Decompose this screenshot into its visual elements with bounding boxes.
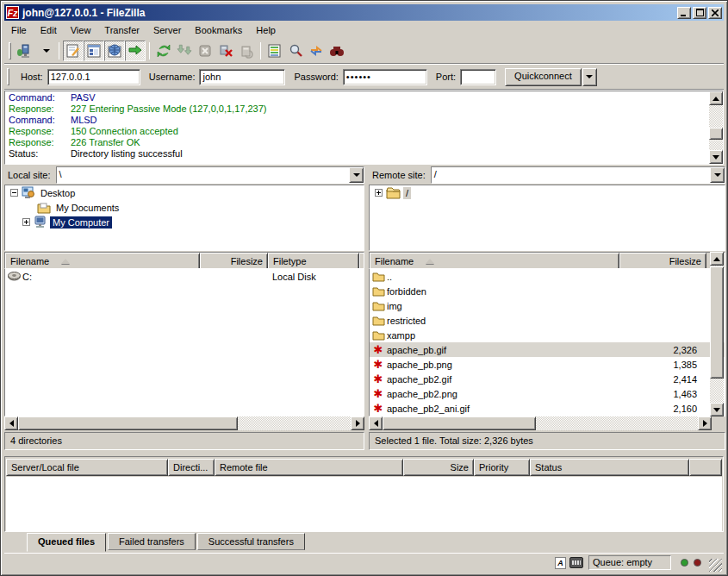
- cancel-operation-button[interactable]: [195, 41, 215, 61]
- local-column-last-modified[interactable]: L: [359, 253, 364, 269]
- remote-file-row[interactable]: img: [370, 298, 725, 313]
- resize-grip[interactable]: [709, 559, 722, 572]
- queue-list[interactable]: [6, 477, 722, 531]
- minimize-button[interactable]: [677, 7, 691, 19]
- queue-column-direction[interactable]: Directi...: [168, 459, 215, 476]
- scroll-thumb[interactable]: [18, 416, 238, 430]
- scroll-down-button[interactable]: [709, 150, 723, 164]
- dropdown-arrow-icon: [43, 49, 50, 53]
- local-site-bar: Local site: \: [4, 166, 364, 185]
- password-input[interactable]: ••••••: [343, 69, 427, 85]
- disconnect-button[interactable]: [215, 41, 236, 61]
- port-input[interactable]: [460, 69, 496, 85]
- remote-file-list[interactable]: .. forbidden img restricted xampp apache…: [369, 269, 725, 416]
- queue-column-status[interactable]: Status: [530, 459, 689, 476]
- local-site-dropdown-button[interactable]: [349, 167, 364, 183]
- remote-file-row[interactable]: apache_pb2_ani.gif 2,160: [370, 401, 725, 416]
- local-file-row[interactable]: C: Local Disk: [5, 269, 364, 284]
- scroll-left-button[interactable]: [369, 416, 383, 430]
- toggle-local-tree-button[interactable]: [84, 41, 104, 61]
- remote-file-row[interactable]: restricted: [370, 313, 725, 328]
- toggle-message-log-button[interactable]: [63, 41, 84, 61]
- toggle-remote-tree-button[interactable]: [104, 41, 125, 61]
- scroll-thumb[interactable]: [383, 416, 536, 430]
- remote-site-dropdown-button[interactable]: [710, 167, 725, 183]
- menu-file[interactable]: File: [4, 23, 34, 37]
- local-column-filesize[interactable]: Filesize: [200, 253, 268, 269]
- queue-column-priority[interactable]: Priority: [474, 459, 530, 476]
- queue-column-size[interactable]: Size: [403, 459, 474, 476]
- local-directory-tree[interactable]: Desktop My Documents My Computer: [4, 185, 364, 251]
- remote-horizontal-scrollbar[interactable]: [369, 416, 712, 430]
- tree-item-my-computer[interactable]: My Computer: [5, 215, 364, 229]
- file-type: Local Disk: [264, 272, 316, 282]
- scroll-right-button[interactable]: [351, 416, 364, 430]
- expand-icon[interactable]: [375, 189, 383, 197]
- reconnect-button[interactable]: [236, 41, 257, 61]
- maximize-button[interactable]: [693, 7, 706, 19]
- close-button[interactable]: [708, 7, 722, 19]
- remote-file-row[interactable]: xampp: [370, 328, 725, 342]
- log-vertical-scrollbar[interactable]: [709, 91, 723, 164]
- remote-file-row[interactable]: apache_pb.png 1,385: [370, 357, 725, 372]
- tree-item-desktop[interactable]: Desktop: [5, 185, 364, 200]
- filename-filters-button[interactable]: [285, 41, 306, 61]
- expand-icon[interactable]: [22, 218, 30, 226]
- menu-transfer[interactable]: Transfer: [97, 23, 146, 37]
- find-files-button[interactable]: [327, 41, 347, 61]
- menu-view[interactable]: View: [64, 23, 98, 37]
- synchronized-browsing-button[interactable]: [306, 41, 327, 61]
- remote-file-row[interactable]: apache_pb2.png 1,463: [370, 386, 725, 401]
- process-queue-button[interactable]: [174, 41, 195, 61]
- remote-file-row-selected[interactable]: apache_pb.gif 2,326: [370, 342, 725, 357]
- remote-directory-tree[interactable]: /: [369, 185, 725, 251]
- scroll-thumb[interactable]: [709, 128, 723, 140]
- menu-server[interactable]: Server: [146, 23, 188, 37]
- queue-column-remote-file[interactable]: Remote file: [215, 459, 403, 476]
- title-bar[interactable]: Fz john@127.0.0.1 - FileZilla: [4, 4, 724, 21]
- tree-item-root[interactable]: /: [370, 185, 725, 200]
- local-horizontal-scrollbar[interactable]: [4, 416, 364, 430]
- remote-column-filename[interactable]: Filename: [370, 253, 619, 269]
- quickconnect-button[interactable]: Quickconnect: [505, 68, 582, 86]
- tab-successful-transfers[interactable]: Successful transfers: [197, 533, 305, 550]
- status-bar: A Queue: empty: [4, 553, 724, 572]
- directory-comparison-button[interactable]: [264, 41, 285, 61]
- remote-column-filesize[interactable]: Filesize: [619, 253, 706, 269]
- tab-failed-transfers[interactable]: Failed transfers: [108, 533, 196, 550]
- disconnect-icon: [218, 43, 233, 59]
- menu-help[interactable]: Help: [249, 23, 283, 37]
- local-column-filetype[interactable]: Filetype: [268, 253, 359, 269]
- username-input[interactable]: john: [199, 69, 285, 85]
- scroll-thumb[interactable]: [710, 266, 724, 379]
- tree-item-my-documents[interactable]: My Documents: [5, 200, 364, 215]
- collapse-icon[interactable]: [10, 189, 18, 197]
- quickconnect-dropdown[interactable]: [582, 68, 597, 86]
- scroll-left-button[interactable]: [4, 416, 18, 430]
- queue-column-server-local-file[interactable]: Server/Local file: [6, 459, 168, 476]
- local-column-filename[interactable]: Filename: [5, 253, 200, 269]
- menu-edit[interactable]: Edit: [34, 23, 64, 37]
- scroll-up-button[interactable]: [710, 252, 724, 266]
- refresh-button[interactable]: [153, 41, 174, 61]
- image-file-icon: [371, 344, 385, 355]
- host-input[interactable]: 127.0.0.1: [47, 69, 140, 85]
- local-site-combo[interactable]: \: [56, 166, 364, 184]
- scroll-right-button[interactable]: [698, 416, 712, 430]
- remote-file-row[interactable]: forbidden: [370, 284, 725, 298]
- remote-site-combo[interactable]: /: [431, 166, 725, 184]
- toggle-transfer-queue-button[interactable]: [125, 41, 146, 61]
- site-manager-button[interactable]: [14, 41, 34, 61]
- remote-file-row[interactable]: apache_pb2.gif 2,414: [370, 372, 725, 386]
- local-file-list[interactable]: C: Local Disk: [4, 269, 364, 416]
- scroll-down-button[interactable]: [710, 403, 724, 416]
- filezilla-logo-icon: Fz: [6, 6, 19, 19]
- folder-icon: [371, 330, 385, 341]
- message-log[interactable]: Command:PASV Response:227 Entering Passi…: [4, 91, 724, 165]
- remote-file-row[interactable]: ..: [370, 269, 725, 284]
- scroll-up-button[interactable]: [709, 91, 723, 105]
- remote-vertical-scrollbar[interactable]: [710, 252, 724, 416]
- site-manager-dropdown[interactable]: [34, 41, 55, 61]
- tab-queued-files[interactable]: Queued files: [27, 533, 106, 552]
- menu-bookmarks[interactable]: Bookmarks: [188, 23, 249, 37]
